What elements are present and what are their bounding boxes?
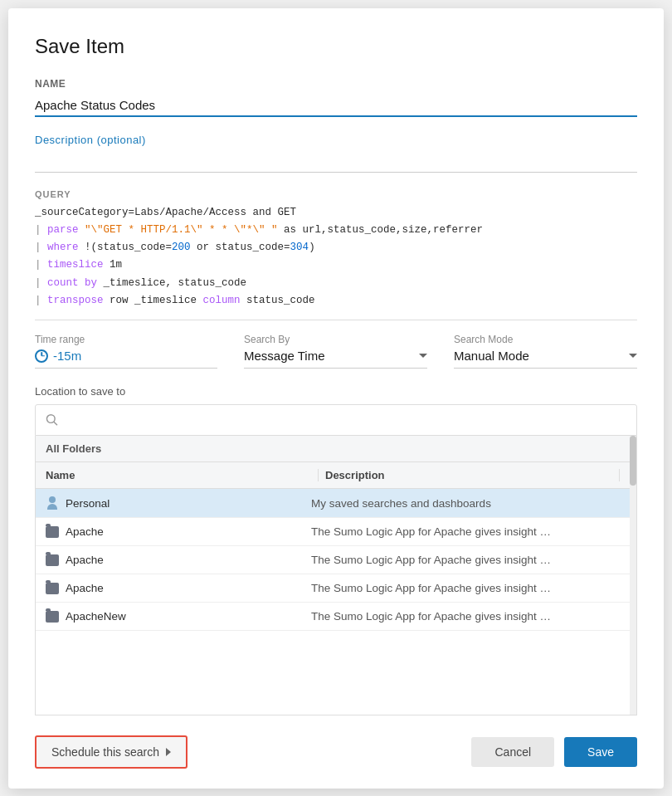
- search-by-section: Search By Message Time: [244, 334, 427, 369]
- search-by-value: Message Time: [244, 349, 325, 363]
- modal-title: Save Item: [35, 35, 637, 58]
- query-line-2: | parse "\"GET * HTTP/1.1\" * * \"*\" " …: [35, 222, 637, 239]
- all-folders-label: All Folders: [36, 436, 636, 462]
- action-buttons: Cancel Save: [471, 737, 637, 767]
- time-range-text: -15m: [53, 349, 81, 363]
- table-row[interactable]: ApacheNew The Sumo Logic App for Apache …: [36, 603, 636, 631]
- folder-search-input[interactable]: [65, 413, 626, 427]
- description-label: Description (optional): [35, 134, 637, 146]
- row-name: Apache: [46, 554, 311, 566]
- schedule-search-button[interactable]: Schedule this search: [35, 735, 187, 769]
- schedule-label: Schedule this search: [51, 745, 159, 759]
- svg-line-1: [54, 422, 56, 424]
- time-search-row: Time range -15m Search By Message Time S…: [35, 334, 637, 369]
- folder-icon: [46, 611, 59, 623]
- row-desc: The Sumo Logic App for Apache gives insi…: [311, 525, 626, 538]
- query-block: _sourceCategory=Labs/Apache/Access and G…: [35, 204, 637, 321]
- folder-icon: [46, 554, 59, 566]
- name-section: Name: [35, 78, 637, 117]
- location-section: Location to save to All Folders Name Des…: [35, 385, 637, 715]
- folder-search-box: [35, 404, 637, 436]
- description-section: Description (optional): [35, 134, 637, 173]
- query-line-4: | timeslice 1m: [35, 256, 637, 274]
- scrollbar-thumb[interactable]: [630, 436, 636, 486]
- folder-icon: [46, 526, 59, 538]
- search-mode-label: Search Mode: [454, 334, 637, 345]
- modal-footer: Schedule this search Cancel Save: [35, 722, 637, 769]
- chevron-down-icon-2: [629, 354, 637, 358]
- row-desc: My saved searches and dashboards: [311, 497, 626, 510]
- query-line-6: | transpose row _timeslice column status…: [35, 292, 637, 310]
- save-button[interactable]: Save: [564, 737, 637, 767]
- table-row[interactable]: Apache The Sumo Logic App for Apache giv…: [36, 574, 636, 603]
- table-row[interactable]: Apache The Sumo Logic App for Apache giv…: [36, 518, 636, 546]
- table-row[interactable]: Personal My saved searches and dashboard…: [36, 489, 636, 518]
- scrollbar-track: [630, 436, 636, 715]
- row-name: Apache: [46, 525, 311, 538]
- table-row[interactable]: Apache The Sumo Logic App for Apache giv…: [36, 546, 636, 574]
- location-label: Location to save to: [35, 385, 637, 398]
- search-by-dropdown[interactable]: Message Time: [244, 349, 427, 369]
- cancel-button[interactable]: Cancel: [471, 737, 554, 767]
- name-label: Name: [35, 78, 637, 90]
- col-desc-header: Description: [325, 469, 612, 481]
- table-header: Name Description: [36, 462, 636, 489]
- search-icon: [46, 413, 58, 427]
- time-range-value[interactable]: -15m: [35, 349, 217, 369]
- header-divider-2: [619, 469, 620, 481]
- time-range-label: Time range: [35, 334, 217, 345]
- query-line-5: | count by _timeslice, status_code: [35, 275, 637, 292]
- folder-table: All Folders Name Description Personal My…: [35, 436, 637, 715]
- time-range-section: Time range -15m: [35, 334, 217, 369]
- row-desc: The Sumo Logic App for Apache gives insi…: [311, 554, 626, 566]
- person-icon: [46, 496, 59, 510]
- row-name: Personal: [46, 496, 311, 510]
- row-desc: The Sumo Logic App for Apache gives insi…: [311, 610, 626, 623]
- chevron-right-icon: [166, 748, 171, 756]
- query-section: QUERY _sourceCategory=Labs/Apache/Access…: [35, 189, 637, 321]
- search-mode-value: Manual Mode: [454, 349, 529, 363]
- name-input[interactable]: [35, 95, 637, 117]
- query-label: QUERY: [35, 189, 637, 199]
- folder-icon: [46, 583, 59, 594]
- description-input[interactable]: [35, 151, 637, 173]
- search-by-label: Search By: [244, 334, 427, 345]
- chevron-down-icon: [419, 354, 427, 358]
- query-line-1: _sourceCategory=Labs/Apache/Access and G…: [35, 204, 637, 222]
- header-divider-1: [318, 469, 319, 481]
- col-name-header: Name: [46, 469, 311, 481]
- row-desc: The Sumo Logic App for Apache gives insi…: [311, 582, 626, 594]
- query-line-3: | where !(status_code=200 or status_code…: [35, 239, 637, 256]
- clock-icon: [35, 349, 48, 363]
- row-name: ApacheNew: [46, 610, 311, 623]
- save-item-modal: Save Item Name Description (optional) QU…: [8, 8, 664, 789]
- search-mode-dropdown[interactable]: Manual Mode: [454, 349, 637, 369]
- search-mode-section: Search Mode Manual Mode: [454, 334, 637, 369]
- row-name: Apache: [46, 582, 311, 594]
